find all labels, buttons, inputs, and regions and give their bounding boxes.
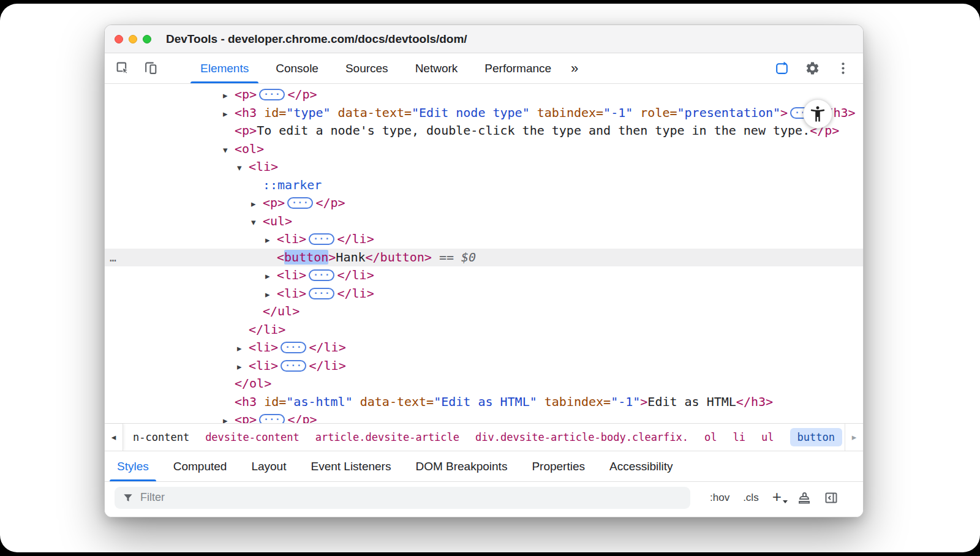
code-tag: </p>	[315, 195, 345, 210]
tree-row[interactable]: ▸<li>···</li>	[105, 230, 863, 249]
breadcrumb-item-div-devsite-article-body-clearfix[interactable]: div.devsite-article-body.clearfix.	[475, 431, 688, 443]
expand-arrow-icon[interactable]: ▸	[265, 231, 277, 250]
indent-spacer	[223, 333, 237, 334]
breadcrumb-scroll-left-button[interactable]: ◂	[105, 424, 123, 451]
tab-properties[interactable]: Properties	[519, 451, 597, 481]
tree-row[interactable]: ▾<ul>	[105, 212, 863, 231]
tree-row[interactable]: ▸<p>···</p>	[105, 194, 863, 212]
more-panels-button[interactable]: »	[565, 53, 584, 83]
refresh-icon	[774, 61, 790, 76]
tab-layout[interactable]: Layout	[239, 451, 298, 481]
expand-arrow-icon[interactable]: ▸	[223, 105, 235, 124]
tab-dom-breakpoints[interactable]: DOM Breakpoints	[403, 451, 519, 481]
collapse-arrow-icon[interactable]: ▾	[237, 159, 249, 178]
element-classes-button[interactable]: .cls	[739, 489, 763, 506]
breadcrumb-item-ol[interactable]: ol	[704, 431, 717, 443]
breadcrumb-scroll-right-button[interactable]: ▸	[845, 424, 863, 451]
styles-filter-input[interactable]	[140, 491, 683, 504]
new-style-rule-button[interactable]: +	[769, 489, 788, 506]
breadcrumb-item-article-devsite-article[interactable]: article.devsite-article	[315, 431, 459, 443]
dollar-zero-hint: $0	[461, 250, 476, 265]
tree-row[interactable]: ::marker	[105, 176, 863, 195]
kebab-menu-icon	[835, 61, 851, 76]
code-tag: <li>	[277, 268, 306, 282]
tab-performance[interactable]: Performance	[471, 53, 565, 83]
toggle-sidebar-button[interactable]	[821, 487, 842, 508]
breadcrumb-item-n-content[interactable]: n-content	[133, 431, 189, 443]
code-tag: </li>	[337, 286, 374, 301]
tab-elements[interactable]: Elements	[187, 53, 262, 83]
tab-console[interactable]: Console	[262, 53, 332, 83]
tree-row[interactable]: </ol>	[105, 375, 863, 393]
breadcrumb-item-ul[interactable]: ul	[761, 431, 774, 443]
tree-row[interactable]: <h3 id="as-html" data-text="Edit as HTML…	[105, 393, 863, 411]
tree-row[interactable]: ▸<p>···</p>	[105, 86, 863, 104]
code-tag: </p>	[287, 87, 317, 102]
code-tag: </li>	[309, 358, 345, 373]
tree-row[interactable]: ▸<li>···</li>	[105, 357, 863, 375]
inline-expand-button[interactable]: ···	[309, 288, 334, 299]
code-text	[530, 105, 537, 120]
inspect-element-button[interactable]	[112, 58, 133, 79]
inline-expand-button[interactable]: ···	[259, 414, 285, 423]
expand-arrow-icon[interactable]: ▸	[223, 87, 235, 105]
stamp-button[interactable]	[794, 487, 815, 508]
tab-accessibility[interactable]: Accessibility	[597, 451, 685, 481]
tab-computed[interactable]: Computed	[161, 451, 239, 481]
expand-arrow-icon[interactable]: ▸	[251, 195, 263, 214]
code-attribute-value: "-1"	[603, 105, 633, 120]
code-tag: <ol>	[235, 141, 264, 156]
breadcrumb-item-button[interactable]: button	[790, 428, 842, 446]
tab-network[interactable]: Network	[402, 53, 472, 83]
tab-styles[interactable]: Styles	[105, 451, 161, 481]
expand-arrow-icon[interactable]: ▸	[265, 268, 277, 286]
expand-arrow-icon[interactable]: ▸	[223, 412, 235, 423]
indent-spacer	[223, 369, 237, 370]
expand-arrow-icon[interactable]: ▸	[237, 358, 249, 377]
inline-expand-button[interactable]: ···	[309, 269, 334, 281]
tree-row[interactable]: ▾<li>	[105, 158, 863, 176]
main-menu-button[interactable]	[832, 58, 853, 79]
toggle-element-state-button[interactable]: :hov	[706, 489, 733, 506]
code-attribute-name: data-text=	[360, 394, 434, 409]
tree-row[interactable]: </li>	[105, 321, 863, 339]
code-attribute-value: "-1"	[611, 394, 640, 409]
code-tag: >	[640, 394, 647, 409]
tab-event-listeners[interactable]: Event Listeners	[298, 451, 403, 481]
device-toolbar-button[interactable]	[140, 58, 161, 79]
zoom-button[interactable]	[143, 35, 151, 43]
code-tag: </li>	[337, 268, 374, 282]
tree-row[interactable]: ▸<li>···</li>	[105, 285, 863, 303]
code-attribute-name: data-text=	[338, 105, 412, 120]
breadcrumb-item-li[interactable]: li	[733, 431, 745, 443]
tree-row[interactable]: …<button>Hank</button> == $0	[105, 249, 863, 267]
indent-spacer	[223, 225, 251, 225]
tree-row[interactable]: <p>To edit a node's type, double-click t…	[105, 122, 863, 140]
code-attribute-value: "Edit node type"	[412, 105, 530, 120]
indent-spacer	[223, 170, 237, 171]
accessibility-badge	[803, 99, 832, 129]
code-tag: </ul>	[263, 304, 300, 318]
tree-row[interactable]: ▸<li>···</li>	[105, 266, 863, 285]
inline-expand-button[interactable]: ···	[309, 233, 334, 245]
inline-expand-button[interactable]: ···	[281, 342, 306, 353]
collapse-arrow-icon[interactable]: ▾	[251, 214, 263, 232]
reload-badge-button[interactable]	[771, 58, 792, 79]
minimize-button[interactable]	[129, 35, 137, 43]
node-overflow-ellipsis: …	[110, 249, 118, 267]
tree-row[interactable]: ▸<p>···</p>	[105, 411, 863, 423]
expand-arrow-icon[interactable]: ▸	[237, 340, 249, 358]
close-button[interactable]	[115, 35, 123, 43]
tree-row[interactable]: ▸<h3 id="type" data-text="Edit node type…	[105, 104, 863, 122]
inline-expand-button[interactable]: ···	[287, 197, 313, 209]
inline-expand-button[interactable]: ···	[281, 360, 306, 372]
expand-arrow-icon[interactable]: ▸	[265, 286, 277, 304]
collapse-arrow-icon[interactable]: ▾	[223, 141, 235, 160]
tab-sources[interactable]: Sources	[332, 53, 402, 83]
tree-row[interactable]: ▸<li>···</li>	[105, 339, 863, 357]
inline-expand-button[interactable]: ···	[259, 89, 285, 100]
tree-row[interactable]: ▾<ol>	[105, 140, 863, 159]
breadcrumb-item-devsite-content[interactable]: devsite-content	[205, 431, 300, 443]
tree-row[interactable]: </ul>	[105, 302, 863, 321]
settings-button[interactable]	[802, 58, 823, 79]
